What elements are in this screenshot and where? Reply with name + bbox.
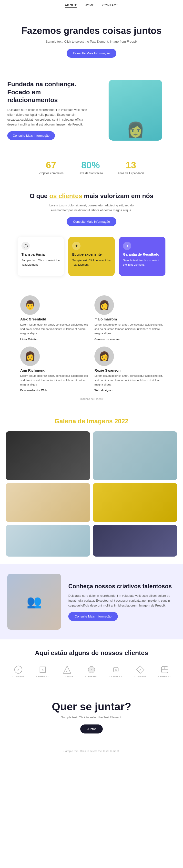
gallery-grid (6, 431, 177, 557)
logo-3: C COMPANY (57, 664, 77, 679)
logo-2: C COMPANY (33, 664, 52, 679)
card-team: ★ Equipe experiente Sample text. Click t… (68, 237, 115, 276)
stat-projects: 67 Projetos completos (38, 160, 63, 175)
member-ann-name: Ann Richmond (20, 368, 88, 372)
images-credit: Imagens de Freepik (5, 398, 178, 400)
clients-logos-heading: Aqui estão alguns de nossos clientes (5, 649, 178, 657)
join-cta-button[interactable]: Juntar (80, 724, 103, 734)
stats-section: 67 Projetos completos 80% Taxa de Satisf… (0, 153, 183, 185)
stat-experience-label: Anos de Experiência (117, 172, 145, 175)
card-team-text: Sample text. Click to select the Text El… (72, 258, 111, 267)
navigation: ABOUT HOME CONTACT (0, 0, 183, 11)
avatar-roxie: 👩 (95, 346, 114, 366)
member-maio-bio: Lorem ipsum dolor sit amet, consectetur … (95, 323, 163, 336)
hero-cta-button[interactable]: Consulte Mais Informação (67, 49, 116, 58)
clients-value-description: Lorem ipsum dolor sit amet, consectetur … (48, 203, 135, 213)
avatar-ann: 👩 (20, 346, 40, 366)
logo-2-icon: C (38, 665, 47, 674)
logo-6-icon: C (136, 665, 145, 674)
avatar-maio: 👩 (95, 296, 114, 315)
logo-1-label: COMPANY (12, 675, 25, 678)
logo-5: C COMPANY (106, 664, 126, 679)
person-icon: 👩 (126, 121, 145, 141)
stat-satisfaction: 80% Taxa de Satisfação (78, 160, 103, 175)
card-team-title: Equipe experiente (72, 252, 111, 256)
join-title: Quer se juntar? (10, 701, 173, 713)
member-alex-bio: Lorem ipsum dolor sit amet, consectetur … (20, 323, 88, 336)
team-section: 👨 Alex Greenfield Lorem ipsum dolor sit … (0, 286, 183, 408)
creative-image: 👥 (7, 574, 61, 630)
creative-section: 👥 Conheça nossos criativos talentosos Du… (0, 564, 183, 640)
logo-3-icon: C (62, 665, 72, 674)
gallery-heading: Galeria de Imagens 2022 (6, 417, 177, 425)
logo-4-label: COMPANY (85, 675, 98, 678)
member-ann-bio: Lorem ipsum dolor sit amet, consectetur … (20, 374, 88, 387)
stat-projects-number: 67 (38, 160, 63, 170)
member-maio-role: Gerente de vendas (95, 338, 163, 341)
stat-experience: 13 Anos de Experiência (117, 160, 145, 175)
logo-3-label: COMPANY (61, 675, 74, 678)
gallery-image-5 (6, 525, 90, 557)
svg-text:C: C (18, 669, 19, 671)
join-section: Quer se juntar? Sample text. Click to se… (0, 688, 183, 746)
logo-7: C COMPANY (155, 664, 175, 679)
logo-5-icon: C (111, 665, 121, 674)
member-ann-role: Desenvolvedor Web (20, 389, 88, 392)
trust-body: Duis aute nure dolor in reprehenderit in… (7, 107, 88, 127)
hero-title: Fazemos grandes coisas juntos (10, 26, 173, 36)
nav-contact[interactable]: CONTACT (102, 3, 118, 7)
stat-projects-label: Projetos completos (38, 172, 63, 175)
logo-4: C COMPANY (82, 664, 101, 679)
card-transparency-text: Sample text. Click to select the Text El… (22, 258, 60, 267)
trust-section: Fundada na confiança. Focado em relacion… (0, 70, 183, 153)
gallery-plain: Galeria de (54, 417, 87, 425)
stat-satisfaction-label: Taxa de Satisfação (78, 172, 103, 175)
creative-cta-button[interactable]: Consulte Mais Informação (68, 612, 118, 621)
clients-value-cta-button[interactable]: Consulte Mais Informação (67, 217, 116, 226)
gallery-image-2 (93, 431, 177, 480)
hero-description: Sample text. Click to select the Text El… (10, 40, 173, 43)
member-roxie-bio: Lorem ipsum dolor sit amet, consectetur … (95, 374, 163, 387)
gallery-image-6 (93, 525, 177, 557)
member-alex-name: Alex Greenfield (20, 317, 88, 321)
stat-satisfaction-number: 80% (78, 160, 103, 170)
gallery-end: 2022 (113, 417, 129, 425)
guarantee-icon: ✦ (123, 242, 131, 250)
member-maio-name: maio marrom (95, 317, 163, 321)
logo-1-icon: C (14, 665, 23, 674)
feature-cards-section: ◯ Transparência Sample text. Click to se… (0, 231, 183, 286)
team-icon: ★ (72, 242, 80, 250)
logo-1: C COMPANY (8, 664, 28, 679)
logo-7-icon: C (160, 665, 169, 674)
logo-6-label: COMPANY (134, 675, 147, 678)
card-guarantee: ✦ Garantia de Resultado Sample text, to … (119, 237, 165, 276)
hero-section: Fazemos grandes coisas juntos Sample tex… (0, 11, 183, 70)
gallery-image-3 (6, 483, 90, 522)
nav-home[interactable]: HOME (84, 3, 95, 7)
stat-experience-number: 13 (117, 160, 145, 170)
svg-text:C: C (139, 669, 141, 671)
heading-end: mais valorizam em nós (82, 192, 154, 199)
svg-text:C: C (115, 669, 117, 671)
svg-text:C: C (67, 670, 68, 673)
team-member-alex: 👨 Alex Greenfield Lorem ipsum dolor sit … (20, 296, 88, 340)
team-member-maio: 👩 maio marrom Lorem ipsum dolor sit amet… (95, 296, 163, 340)
creative-heading: Conheça nossos criativos talentosos (68, 582, 176, 590)
trust-text: Fundada na confiança. Focado em relacion… (7, 80, 88, 140)
trust-heading: Fundada na confiança. Focado em relacion… (7, 80, 88, 104)
clients-logos-section: Aqui estão alguns de nossos clientes C C… (0, 640, 183, 688)
team-member-roxie: 👩 Roxie Swanson Lorem ipsum dolor sit am… (95, 346, 163, 392)
nav-about[interactable]: ABOUT (65, 3, 77, 7)
logo-7-label: COMPANY (158, 675, 171, 678)
team-member-ann: 👩 Ann Richmond Lorem ipsum dolor sit ame… (20, 346, 88, 392)
heading-highlight: os clientes (49, 192, 82, 199)
trust-cta-button[interactable]: Consulte Mais Informação (7, 131, 55, 140)
logos-grid: C COMPANY C COMPANY C COMPANY C COMPANY (5, 664, 178, 679)
transparency-icon: ◯ (22, 242, 30, 250)
trust-person-image: 👩 (109, 80, 162, 141)
team-grid: 👨 Alex Greenfield Lorem ipsum dolor sit … (5, 290, 178, 394)
gallery-title: Galeria de Imagens 2022 (6, 417, 177, 425)
logo-6: C COMPANY (131, 664, 150, 679)
join-description: Sample text. Click to select the Text El… (10, 716, 173, 719)
logo-5-label: COMPANY (109, 675, 122, 678)
